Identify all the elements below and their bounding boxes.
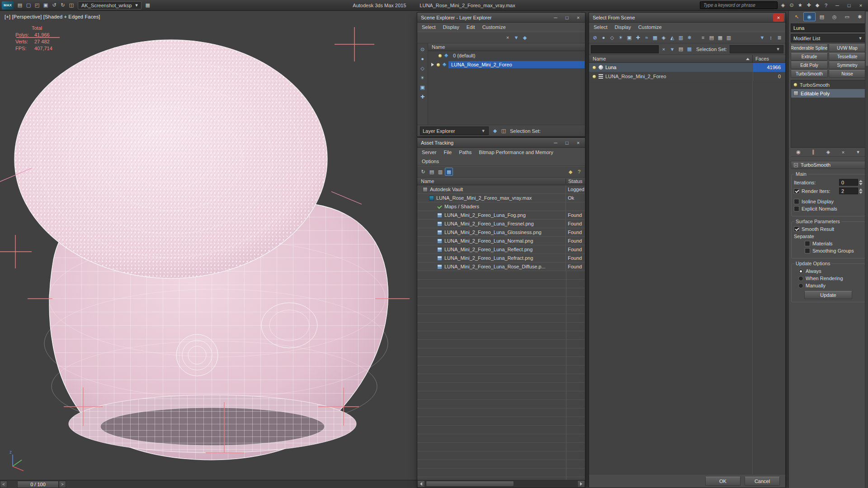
close-button[interactable]: ×	[855, 1, 866, 9]
maximize-button[interactable]: □	[561, 139, 572, 147]
stack-item-turbosmooth[interactable]: TurboSmooth	[791, 80, 865, 89]
smooth-result-checkbox[interactable]	[794, 226, 799, 232]
object-name-field[interactable]	[791, 23, 866, 32]
layer-row-luna[interactable]: LUNA_Rose_Mini_2_Foreo	[428, 60, 585, 69]
close-button[interactable]: ×	[573, 139, 584, 147]
scrollbar-thumb[interactable]	[426, 481, 514, 487]
close-button[interactable]: ×	[773, 14, 784, 22]
table-view-icon[interactable]: ▦	[445, 168, 453, 176]
display-frozen-icon[interactable]: ❄	[685, 33, 693, 42]
update-button[interactable]: Update	[804, 291, 852, 299]
display-spacewarps-icon[interactable]: ≈	[642, 33, 651, 42]
modifier-enabled-bulb-icon[interactable]	[793, 83, 797, 87]
select-from-scene-titlebar[interactable]: Select From Scene ×	[589, 13, 785, 23]
modifier-button-uvw-map[interactable]: UVW Map	[829, 44, 866, 52]
find-input[interactable]	[591, 45, 659, 53]
viewport-label[interactable]: [+] [Perspective] [Shaded + Edged Faces]	[5, 14, 100, 19]
layer-list-icon[interactable]: ▤	[677, 45, 685, 53]
scene-list-empty-area[interactable]	[589, 81, 785, 474]
asset-row[interactable]: LUNA_Mini_2_Foreo_Luna_Reflect.png Found	[417, 245, 585, 254]
configure-columns-icon[interactable]: ▦	[685, 45, 693, 53]
selection-set-dropdown[interactable]: ▾	[730, 45, 783, 53]
display-geometry-icon[interactable]: ●	[419, 55, 427, 63]
asset-row[interactable]: Autodesk Vault Logged	[417, 185, 585, 194]
asset-row[interactable]: LUNA_Mini_2_Foreo_Luna_Rose_Diffuse.p...…	[417, 263, 585, 271]
minimize-button[interactable]: ─	[550, 14, 561, 22]
stack-item-editable-poly[interactable]: Editable Poly	[791, 89, 865, 98]
new-scene-icon[interactable]: ▢	[24, 1, 33, 9]
column-view-icon[interactable]: ▥	[725, 33, 733, 42]
visibility-bulb-icon[interactable]	[436, 63, 440, 67]
search-icon[interactable]: ⊙	[788, 1, 796, 9]
filter-icon[interactable]: ▼	[512, 33, 520, 42]
save-file-icon[interactable]: ▣	[42, 1, 50, 9]
display-cameras-icon[interactable]: ▣	[625, 33, 633, 42]
isoline-display-checkbox[interactable]	[794, 199, 799, 204]
clear-find-icon[interactable]: ×	[660, 45, 668, 53]
display-helpers-icon[interactable]: ✚	[419, 93, 427, 101]
asset-row[interactable]: LUNA_Mini_2_Foreo_Luna_Glossiness.png Fo…	[417, 228, 585, 237]
layer-explorer-icon[interactable]: ◆	[491, 127, 499, 135]
modifier-button-extrude[interactable]: Extrude	[791, 53, 828, 61]
close-button[interactable]: ×	[573, 14, 584, 22]
asset-row[interactable]: Maps / Shaders	[417, 202, 585, 211]
display-groups-icon[interactable]: ▦	[651, 33, 659, 42]
layer-mode-icon[interactable]: ◆	[521, 33, 529, 42]
create-tab-icon[interactable]: ↖	[791, 12, 803, 21]
cancel-button[interactable]: Cancel	[745, 477, 780, 486]
utilities-tab-icon[interactable]: ✱	[854, 12, 866, 21]
expand-arrow-icon[interactable]	[431, 63, 434, 66]
undo-icon[interactable]: ↺	[50, 1, 58, 9]
menu-paths[interactable]: Paths	[455, 149, 475, 156]
display-containers-icon[interactable]: ▥	[677, 33, 685, 42]
hierarchy-tab-icon[interactable]: ▤	[816, 12, 828, 21]
explicit-normals-checkbox[interactable]	[794, 206, 799, 211]
visibility-bulb-icon[interactable]	[592, 75, 596, 79]
render-iters-checkbox[interactable]	[794, 188, 799, 194]
modifier-button-turbosmooth[interactable]: TurboSmooth	[791, 70, 828, 78]
scene-explorer-icon[interactable]: ◫	[500, 127, 508, 135]
previous-frame-button[interactable]: <	[0, 481, 7, 488]
display-everything-icon[interactable]: ⊘	[591, 33, 599, 42]
scroll-left-icon[interactable]	[417, 480, 425, 488]
exchange-apps-icon[interactable]: ◆	[813, 1, 821, 9]
display-lights-icon[interactable]: ☀	[617, 33, 625, 42]
faces-column-header[interactable]: Faces	[753, 56, 785, 61]
scene-object-row-foreo[interactable]: LUNA_Rose_Mini_2_Foreo 0	[589, 72, 785, 81]
display-bones-icon[interactable]: ◭	[668, 33, 676, 42]
modifier-list-dropdown[interactable]: Modifier List ▾	[791, 34, 866, 42]
status-column-header[interactable]: Status	[566, 178, 582, 184]
menu-options[interactable]: Options	[418, 158, 443, 165]
large-icons-view-icon[interactable]: ▦	[716, 33, 724, 42]
name-column-header[interactable]: Name	[428, 44, 445, 50]
maximize-button[interactable]: □	[561, 14, 572, 22]
panel-scrollbar[interactable]	[865, 11, 868, 488]
layer-row-default[interactable]: 0 (default)	[428, 51, 585, 60]
menu-file[interactable]: File	[440, 149, 455, 156]
filter-icon[interactable]: ▼	[758, 33, 766, 42]
materials-checkbox[interactable]	[805, 241, 810, 246]
detail-view-icon[interactable]: ▤	[708, 33, 716, 42]
display-cameras-icon[interactable]: ▣	[419, 83, 427, 91]
maximize-button[interactable]: □	[844, 1, 854, 9]
vault-key-icon[interactable]: ◆	[566, 168, 575, 176]
app-titlebar[interactable]: MAX ▤▢◰▣↺↻◫ AK_Screenshot_wrksp ▾ ▦ Auto…	[0, 0, 868, 11]
display-helpers-icon[interactable]: ✚	[634, 33, 642, 42]
rollout-turbosmooth-header[interactable]: TurboSmooth	[791, 161, 866, 169]
community-icon[interactable]: ◈	[779, 1, 787, 9]
menu-display[interactable]: Display	[611, 23, 635, 31]
menu-select[interactable]: Select	[590, 23, 611, 31]
when-rendering-radio[interactable]	[798, 276, 803, 281]
favorites-star-icon[interactable]: ★	[796, 1, 804, 9]
workspace-options-icon[interactable]: ▦	[144, 1, 152, 9]
asset-row[interactable]: LUNA_Mini_2_Foreo_Luna_Normal.png Found	[417, 237, 585, 245]
modify-tab-icon[interactable]: ◉	[803, 12, 816, 21]
display-tab-icon[interactable]: ▭	[841, 12, 853, 21]
asset-row[interactable]: LUNA_Mini_2_Foreo_Luna_Refract.png Found	[417, 254, 585, 263]
menu-server[interactable]: Server	[418, 149, 440, 156]
menu-customize[interactable]: Customize	[635, 23, 665, 31]
select-link-icon[interactable]: ◫	[67, 1, 75, 9]
horizontal-scrollbar[interactable]	[417, 480, 585, 488]
menu-bitmap-performance[interactable]: Bitmap Performance and Memory	[475, 149, 557, 156]
visibility-bulb-icon[interactable]	[438, 54, 442, 58]
